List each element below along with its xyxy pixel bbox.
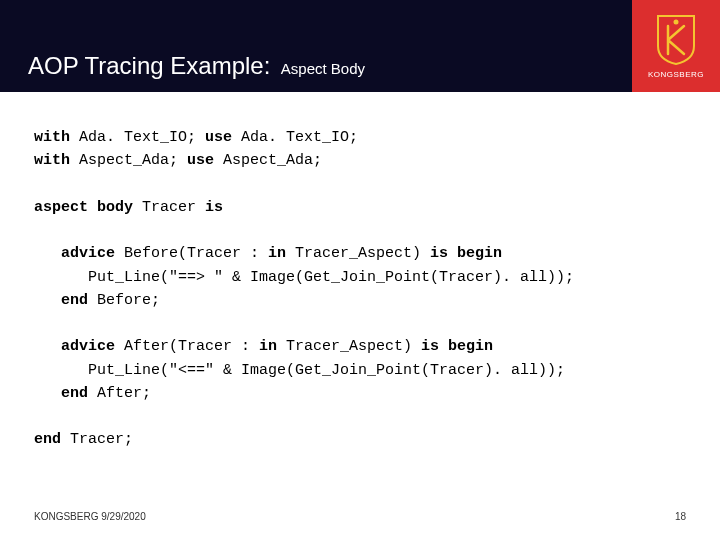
- kw-in: in: [268, 245, 286, 262]
- kw-advice: advice: [34, 338, 115, 355]
- page-number: 18: [675, 511, 686, 522]
- kw-use: use: [205, 129, 232, 146]
- slide-title: AOP Tracing Example: Aspect Body: [28, 52, 365, 80]
- code-text: Put_Line("==> " & Image(Get_Join_Point(T…: [34, 269, 574, 286]
- code-area: with Ada. Text_IO; use Ada. Text_IO; wit…: [0, 92, 720, 452]
- kw-with: with: [34, 129, 70, 146]
- code-text: Before(Tracer :: [115, 245, 268, 262]
- kw-use: use: [187, 152, 214, 169]
- kw-end: end: [34, 431, 61, 448]
- title-subtitle: Aspect Body: [281, 60, 365, 77]
- code-text: Before;: [88, 292, 160, 309]
- footer-left: KONGSBERG 9/29/2020: [34, 511, 146, 522]
- code-text: After(Tracer :: [115, 338, 259, 355]
- title-main: AOP Tracing Example:: [28, 52, 270, 79]
- code-text: Ada. Text_IO;: [232, 129, 358, 146]
- kw-is-begin: is begin: [430, 245, 502, 262]
- code-text: Tracer_Aspect): [286, 245, 430, 262]
- crest-icon: [654, 14, 698, 66]
- code-text: Tracer;: [61, 431, 133, 448]
- footer: KONGSBERG 9/29/2020 18: [34, 511, 686, 522]
- kw-aspect-body: aspect body: [34, 199, 133, 216]
- kw-is-begin: is begin: [421, 338, 493, 355]
- kw-with: with: [34, 152, 70, 169]
- brand-logo: KONGSBERG: [632, 0, 720, 92]
- brand-text: KONGSBERG: [648, 70, 704, 79]
- svg-point-0: [674, 19, 679, 24]
- code-text: Aspect_Ada;: [214, 152, 322, 169]
- code-text: Tracer: [133, 199, 205, 216]
- title-bar: AOP Tracing Example: Aspect Body KONGSBE…: [0, 0, 720, 92]
- kw-end: end: [34, 385, 88, 402]
- code-text: Ada. Text_IO;: [70, 129, 205, 146]
- kw-advice: advice: [34, 245, 115, 262]
- code-text: Put_Line("<==" & Image(Get_Join_Point(Tr…: [34, 362, 565, 379]
- kw-end: end: [34, 292, 88, 309]
- code-text: Aspect_Ada;: [70, 152, 187, 169]
- kw-is: is: [205, 199, 223, 216]
- code-block: with Ada. Text_IO; use Ada. Text_IO; wit…: [34, 126, 686, 452]
- code-text: After;: [88, 385, 151, 402]
- code-text: Tracer_Aspect): [277, 338, 421, 355]
- kw-in: in: [259, 338, 277, 355]
